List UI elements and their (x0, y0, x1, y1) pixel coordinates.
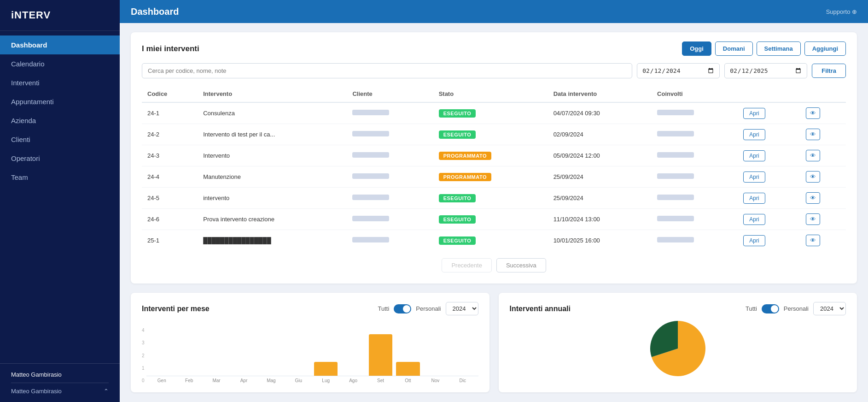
cell-data: 11/10/2024 13:00 (548, 209, 652, 230)
app-logo: iNTERV (0, 0, 120, 31)
bar-month-label: Apr (232, 378, 256, 383)
sidebar-item-calendario[interactable]: Calendario (0, 54, 120, 73)
support-link[interactable]: Supporto ⊕ (826, 8, 857, 15)
cell-coinvolti (652, 188, 738, 209)
open-button[interactable]: Apri (743, 108, 765, 119)
eye-button[interactable]: 👁 (806, 192, 820, 204)
pie-chart-title: Interventi annuali (510, 305, 571, 313)
cell-intervento: Prova intervento creazione (198, 209, 347, 230)
cell-open[interactable]: Apri (738, 209, 800, 230)
bar-chart-header: Interventi per mese Tutti Personali 2024… (142, 302, 478, 315)
pie-svg (646, 316, 710, 381)
open-button[interactable]: Apri (743, 150, 765, 161)
open-button[interactable]: Apri (743, 171, 765, 183)
cell-eye[interactable]: 👁 (800, 209, 846, 230)
table-row: 24-6 Prova intervento creazione ESEGUITO… (142, 209, 846, 230)
sidebar-item-team[interactable]: Team (0, 168, 120, 187)
cell-cliente (347, 145, 433, 166)
cell-open[interactable]: Apri (738, 188, 800, 209)
year-select-pie[interactable]: 2024 2023 (813, 302, 846, 315)
cell-eye[interactable]: 👁 (800, 124, 846, 145)
bar (314, 362, 338, 376)
filter-button[interactable]: Filtra (812, 64, 846, 78)
open-button[interactable]: Apri (743, 214, 765, 225)
domani-button[interactable]: Domani (715, 41, 753, 56)
eye-button[interactable]: 👁 (806, 107, 820, 119)
bar-chart-card: Interventi per mese Tutti Personali 2024… (131, 293, 489, 392)
bar (424, 375, 447, 376)
cell-open[interactable]: Apri (738, 145, 800, 166)
bar-col (369, 334, 392, 376)
date-to-input[interactable] (724, 63, 807, 78)
sidebar-item-azienda[interactable]: Azienda (0, 111, 120, 130)
bar-col (259, 375, 283, 376)
cell-stato: PROGRAMMATO (433, 145, 548, 166)
bar-col (424, 375, 447, 376)
sidebar-footer: Matteo Gambirasio Matteo Gambirasio ⌃ (0, 363, 120, 402)
cell-eye[interactable]: 👁 (800, 166, 846, 188)
cell-stato: PROGRAMMATO (433, 166, 548, 188)
cell-codice: 25-1 (142, 230, 198, 251)
eye-button[interactable]: 👁 (806, 129, 820, 140)
col-codice: Codice (142, 86, 198, 102)
cell-open[interactable]: Apri (738, 124, 800, 145)
sidebar-item-appuntamenti[interactable]: Appuntamenti (0, 92, 120, 111)
eye-button[interactable]: 👁 (806, 171, 820, 183)
prev-button[interactable]: Precedente (442, 258, 492, 272)
eye-button[interactable]: 👁 (806, 150, 820, 161)
open-button[interactable]: Apri (743, 129, 765, 140)
bar-month-label: Ago (341, 378, 365, 383)
cell-codice: 24-3 (142, 145, 198, 166)
cell-intervento: ████████████████ (198, 230, 347, 251)
cell-open[interactable]: Apri (738, 230, 800, 251)
user-chevron-icon[interactable]: ⌃ (104, 388, 109, 395)
cell-coinvolti (652, 230, 738, 251)
sidebar-item-operatori[interactable]: Operatori (0, 149, 120, 168)
aggiungi-button[interactable]: Aggiungi (804, 41, 846, 56)
user-name-bottom[interactable]: Matteo Gambirasio ⌃ (11, 388, 109, 395)
date-from-input[interactable] (637, 63, 720, 78)
year-select-bar[interactable]: 2024 2023 (446, 302, 478, 315)
bar (150, 375, 174, 376)
bar (204, 375, 228, 376)
sidebar-item-clienti[interactable]: Clienti (0, 130, 120, 149)
sidebar-item-dashboard[interactable]: Dashboard (0, 35, 120, 54)
cell-codice: 24-6 (142, 209, 198, 230)
cell-data: 05/09/2024 12:00 (548, 145, 652, 166)
oggi-button[interactable]: Oggi (682, 41, 711, 56)
cell-open[interactable]: Apri (738, 102, 800, 124)
open-button[interactable]: Apri (743, 193, 765, 204)
cell-eye[interactable]: 👁 (800, 230, 846, 251)
cell-eye[interactable]: 👁 (800, 145, 846, 166)
bar-month-label: Mar (204, 378, 228, 383)
interventi-card: I miei interventi Oggi Domani Settimana … (131, 32, 857, 284)
settimana-button[interactable]: Settimana (757, 41, 801, 56)
cell-open[interactable]: Apri (738, 166, 800, 188)
user-name-label: Matteo Gambirasio (11, 388, 62, 395)
tutti-label-pie: Tutti (746, 305, 757, 312)
eye-button[interactable]: 👁 (806, 213, 820, 225)
eye-button[interactable]: 👁 (806, 235, 820, 246)
cell-intervento: Consulenza (198, 102, 347, 124)
open-button[interactable]: Apri (743, 235, 765, 246)
cell-eye[interactable]: 👁 (800, 102, 846, 124)
cell-cliente (347, 166, 433, 188)
cell-eye[interactable]: 👁 (800, 188, 846, 209)
bar-col (314, 362, 338, 376)
cell-stato: ESEGUITO (433, 102, 548, 124)
bar-col (232, 375, 256, 376)
sidebar-item-interventi[interactable]: Interventi (0, 73, 120, 92)
tutti-toggle-bar[interactable] (394, 304, 411, 313)
main-content: Dashboard Supporto ⊕ I miei interventi O… (120, 0, 868, 402)
tutti-toggle-pie[interactable] (762, 304, 779, 313)
search-input[interactable] (142, 63, 632, 78)
col-action1 (738, 86, 800, 102)
content-area: I miei interventi Oggi Domani Settimana … (120, 23, 868, 402)
bar-col (150, 375, 174, 376)
next-button[interactable]: Successiva (496, 258, 546, 272)
personali-label-bar: Personali (416, 305, 441, 312)
cell-stato: ESEGUITO (433, 188, 548, 209)
bar (259, 375, 283, 376)
cell-cliente (347, 124, 433, 145)
table-row: 24-2 Intervento di test per il ca... ESE… (142, 124, 846, 145)
